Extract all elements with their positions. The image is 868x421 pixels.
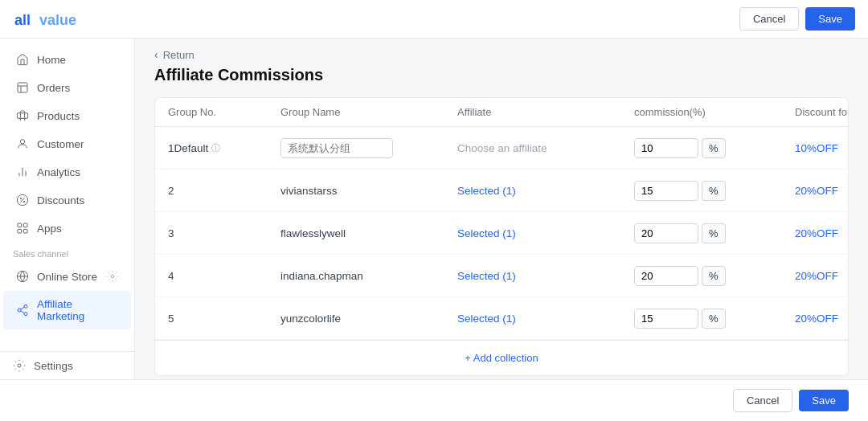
commission-1[interactable]: % (634, 138, 795, 158)
svg-line-23 (21, 311, 25, 313)
discount-2[interactable]: 20%OFF (795, 185, 849, 197)
topbar: all value Cancel Save (0, 0, 868, 39)
sidebar-nav: Home Orders Products Customer (0, 39, 134, 351)
discount-link-3[interactable]: 20%OFF (795, 227, 838, 239)
commission-input-3[interactable] (634, 223, 698, 243)
sidebar-item-orders[interactable]: Orders (3, 74, 131, 101)
percent-badge-4: % (702, 266, 726, 286)
group-name-label-2: vivianstarss (280, 185, 338, 197)
sidebar-item-apps[interactable]: Apps (3, 215, 131, 242)
sidebar-item-customer[interactable]: Customer (3, 130, 131, 157)
table-row: 4 indiana.chapman Selected (1) % (155, 255, 848, 297)
group-name-2: vivianstarss (280, 185, 457, 197)
svg-rect-2 (18, 83, 27, 92)
bottom-save-button[interactable]: Save (799, 390, 849, 411)
header-discount: Discount for Invitee (795, 106, 849, 118)
topbar-save-button[interactable]: Save (805, 7, 855, 31)
svg-text:value: value (39, 12, 76, 28)
group-name-label-5: yunzcolorlife (280, 313, 341, 325)
back-chevron-icon: ‹ (154, 48, 158, 61)
customer-icon (16, 137, 29, 150)
discount-link-1[interactable]: 10%OFF (795, 142, 838, 154)
percent-badge-2: % (702, 181, 726, 201)
affiliate-link-3[interactable]: Selected (1) (457, 227, 516, 239)
svg-rect-15 (18, 229, 22, 233)
breadcrumb[interactable]: ‹ Return (154, 39, 849, 66)
main-content: ‹ Return Affiliate Commissions Group No.… (135, 39, 868, 379)
commission-input-5[interactable] (634, 309, 698, 329)
breadcrumb-label: Return (163, 49, 194, 61)
home-icon (16, 53, 29, 66)
affiliate-link-5[interactable]: Selected (1) (457, 313, 516, 325)
group-name-5: yunzcolorlife (280, 313, 457, 325)
group-name-input-1[interactable] (280, 138, 393, 158)
bottom-cancel-button[interactable]: Cancel (733, 389, 792, 412)
group-no-1: 1Default ⓘ (168, 142, 280, 154)
commission-input-4[interactable] (634, 266, 698, 286)
sidebar-item-products-label: Products (37, 110, 80, 122)
sidebar-item-analytics-label: Analytics (37, 166, 80, 178)
topbar-cancel-button[interactable]: Cancel (739, 7, 799, 31)
products-icon (16, 109, 29, 122)
group-name-label-3: flawlesslywell (280, 227, 346, 239)
table-header: Group No. Group Name Affiliate commissio… (155, 98, 848, 127)
sidebar-item-discounts-label: Discounts (37, 194, 84, 206)
affiliate-link-2[interactable]: Selected (1) (457, 185, 516, 197)
sidebar-item-affiliate-marketing[interactable]: Affiliate Marketing (3, 291, 131, 329)
svg-point-19 (111, 275, 114, 278)
svg-line-24 (21, 307, 25, 309)
header-group-name: Group Name (280, 106, 457, 118)
commission-4[interactable]: % (634, 266, 795, 286)
svg-rect-13 (18, 223, 22, 227)
page-title: Affiliate Commissions (154, 66, 849, 84)
sidebar-item-products[interactable]: Products (3, 102, 131, 129)
group-no-4: 4 (168, 270, 280, 282)
svg-text:all: all (14, 12, 31, 28)
orders-icon (16, 81, 29, 94)
sidebar-item-settings[interactable]: Settings (0, 351, 134, 379)
add-collection-button[interactable]: + Add collection (155, 340, 848, 375)
discount-link-4[interactable]: 20%OFF (795, 270, 838, 282)
sidebar: Home Orders Products Customer (0, 39, 135, 379)
sidebar-item-apps-label: Apps (37, 223, 62, 235)
info-icon-1: ⓘ (211, 142, 220, 154)
discount-link-2[interactable]: 20%OFF (795, 185, 838, 197)
svg-point-5 (20, 140, 24, 144)
sidebar-item-online-store[interactable]: Online Store (3, 263, 131, 290)
commission-3[interactable]: % (634, 223, 795, 243)
affiliate-3[interactable]: Selected (1) (457, 227, 634, 239)
affiliate-link-4[interactable]: Selected (1) (457, 270, 516, 282)
discount-4[interactable]: 20%OFF (795, 270, 849, 282)
sidebar-item-affiliate-label: Affiliate Marketing (37, 298, 118, 322)
sidebar-item-customer-label: Customer (37, 138, 84, 150)
table-row: 5 yunzcolorlife Selected (1) % 2 (155, 297, 848, 340)
discounts-icon (16, 194, 29, 206)
commission-2[interactable]: % (634, 181, 795, 201)
sidebar-item-discounts[interactable]: Discounts (3, 186, 131, 214)
commission-5[interactable]: % (634, 309, 795, 329)
group-name-1[interactable] (280, 138, 457, 158)
apps-icon (16, 222, 29, 235)
affiliate-2[interactable]: Selected (1) (457, 185, 634, 197)
discount-link-5[interactable]: 20%OFF (795, 313, 838, 325)
sidebar-item-online-store-label: Online Store (37, 271, 97, 283)
sidebar-item-analytics[interactable]: Analytics (3, 158, 131, 186)
logo: all value (13, 8, 85, 31)
commission-input-2[interactable] (634, 181, 698, 201)
affiliate-5[interactable]: Selected (1) (457, 313, 634, 325)
topbar-actions: Cancel Save (739, 7, 855, 31)
svg-point-11 (20, 198, 21, 198)
settings-gear-icon (107, 271, 118, 282)
analytics-icon (16, 166, 29, 178)
commission-input-1[interactable] (634, 138, 698, 158)
svg-point-25 (18, 364, 21, 367)
svg-point-22 (24, 313, 27, 316)
discount-3[interactable]: 20%OFF (795, 227, 849, 239)
discount-1[interactable]: 10%OFF (795, 142, 849, 154)
affiliate-4[interactable]: Selected (1) (457, 270, 634, 282)
discount-5[interactable]: 20%OFF (795, 313, 849, 325)
percent-badge-1: % (702, 138, 726, 158)
sidebar-section-label: Sales channel (0, 243, 134, 262)
percent-badge-3: % (702, 223, 726, 243)
sidebar-item-home[interactable]: Home (3, 46, 131, 73)
